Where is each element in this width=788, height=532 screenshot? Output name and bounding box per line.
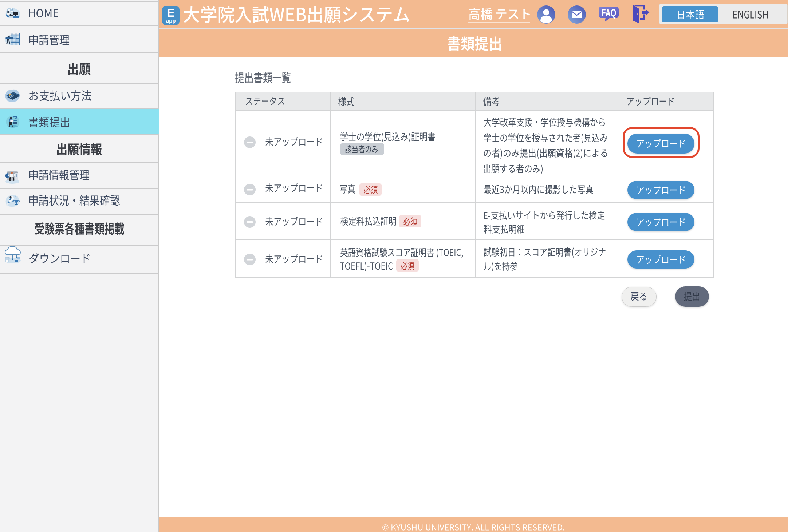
svg-text:FAQ: FAQ	[602, 7, 616, 19]
svg-text:app: app	[166, 17, 176, 24]
